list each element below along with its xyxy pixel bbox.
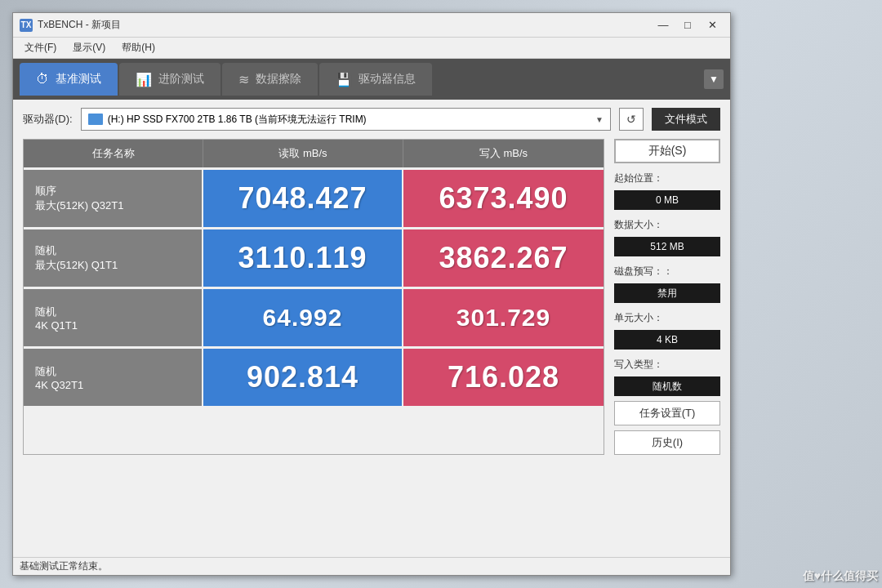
drive-icon (88, 114, 103, 125)
tab-advanced-label: 进阶测试 (158, 72, 204, 87)
start-button[interactable]: 开始(S) (614, 139, 720, 163)
unit-size-value: 4 KB (614, 330, 720, 350)
content-area: 驱动器(D): (H:) HP SSD FX700 2TB 1.86 TB (当… (13, 100, 730, 463)
drive-selector[interactable]: (H:) HP SSD FX700 2TB 1.86 TB (当前环境无法运行 … (81, 108, 611, 131)
row2-read-value: 3110.119 (238, 241, 367, 275)
row4-write: 716.028 (403, 349, 604, 406)
data-size-label: 数据大小： (614, 218, 720, 232)
drive-info-tab-icon: 💾 (336, 72, 352, 87)
table-row: 顺序最大(512K) Q32T1 7048.427 6373.490 (24, 167, 604, 227)
disk-prefetch-value: 禁用 (614, 283, 720, 303)
app-icon: TX (20, 19, 33, 32)
title-bar: TX TxBENCH - 新项目 — □ ✕ (13, 13, 730, 38)
col-header-read: 读取 mB/s (203, 140, 403, 167)
start-pos-label: 起始位置： (614, 172, 720, 185)
status-bar: 基础测试正常结束。 (13, 557, 730, 575)
window-controls: — □ ✕ (652, 16, 724, 34)
row1-write: 6373.490 (403, 170, 604, 227)
row3-read: 64.992 (203, 289, 403, 346)
tab-bar: ⏱ 基准测试 📊 进阶测试 ≋ 数据擦除 💾 驱动器信息 ▼ (13, 59, 730, 100)
benchmark-tab-icon: ⏱ (36, 72, 49, 87)
main-layout: 任务名称 读取 mB/s 写入 mB/s 顺序最大(512K) Q32T1 70… (23, 139, 720, 455)
table-row: 随机最大(512K) Q1T1 3110.119 3862.267 (24, 227, 604, 287)
row1-name: 顺序最大(512K) Q32T1 (24, 170, 203, 227)
row4-read-value: 902.814 (247, 360, 359, 394)
window-title: TxBENCH - 新项目 (38, 18, 652, 32)
minimize-button[interactable]: — (652, 16, 675, 34)
row3-write-value: 301.729 (457, 304, 550, 332)
task-settings-button[interactable]: 任务设置(T) (614, 401, 720, 425)
main-window: TX TxBENCH - 新项目 — □ ✕ 文件(F) 显示(V) 帮助(H)… (12, 12, 731, 576)
tab-more-button[interactable]: ▼ (704, 69, 724, 89)
drive-value: (H:) HP SSD FX700 2TB 1.86 TB (当前环境无法运行 … (108, 113, 367, 127)
status-text: 基础测试正常结束。 (20, 559, 108, 573)
unit-size-label: 单元大小： (614, 311, 720, 325)
start-pos-value: 0 MB (614, 190, 720, 210)
history-button[interactable]: 历史(I) (614, 430, 720, 455)
row2-write: 3862.267 (403, 229, 604, 287)
row1-read: 7048.427 (203, 170, 403, 227)
tab-erase[interactable]: ≋ 数据擦除 (222, 63, 318, 96)
row3-read-value: 64.992 (263, 304, 343, 332)
tab-erase-label: 数据擦除 (256, 72, 301, 87)
col-header-write: 写入 mB/s (403, 140, 604, 167)
menu-help[interactable]: 帮助(H) (115, 39, 162, 56)
file-mode-button[interactable]: 文件模式 (652, 108, 720, 131)
chevron-down-icon: ▼ (595, 115, 604, 124)
tab-drive-info[interactable]: 💾 驱动器信息 (319, 63, 432, 96)
row2-read: 3110.119 (203, 229, 403, 287)
disk-prefetch-label: 磁盘预写：： (614, 265, 720, 278)
benchmark-table: 任务名称 读取 mB/s 写入 mB/s 顺序最大(512K) Q32T1 70… (23, 139, 604, 455)
sidebar: 开始(S) 起始位置： 0 MB 数据大小： 512 MB 磁盘预写：： 禁用 … (614, 139, 720, 455)
erase-tab-icon: ≋ (238, 72, 249, 87)
advanced-tab-icon: 📊 (136, 72, 152, 87)
row3-name: 随机4K Q1T1 (24, 289, 203, 346)
col-header-name: 任务名称 (24, 140, 203, 167)
table-row: 随机4K Q1T1 64.992 301.729 (24, 287, 604, 346)
tab-benchmark[interactable]: ⏱ 基准测试 (20, 63, 118, 96)
close-button[interactable]: ✕ (701, 16, 724, 34)
drive-row: 驱动器(D): (H:) HP SSD FX700 2TB 1.86 TB (当… (23, 108, 720, 131)
tab-drive-info-label: 驱动器信息 (359, 72, 416, 87)
drive-refresh-button[interactable]: ↺ (619, 108, 644, 131)
menu-bar: 文件(F) 显示(V) 帮助(H) (13, 38, 730, 59)
write-type-label: 写入类型： (614, 358, 720, 372)
row1-read-value: 7048.427 (238, 181, 367, 216)
row4-read: 902.814 (203, 349, 403, 406)
row4-name: 随机4K Q32T1 (24, 349, 203, 406)
row3-write: 301.729 (403, 289, 604, 346)
write-type-value: 随机数 (614, 376, 720, 396)
row1-write-value: 6373.490 (439, 181, 568, 216)
menu-view[interactable]: 显示(V) (66, 39, 112, 56)
table-row: 随机4K Q32T1 902.814 716.028 (24, 346, 604, 406)
tab-advanced[interactable]: 📊 进阶测试 (119, 63, 220, 96)
drive-label: 驱动器(D): (23, 112, 73, 127)
menu-file[interactable]: 文件(F) (18, 39, 63, 56)
row2-write-value: 3862.267 (439, 241, 568, 275)
tab-benchmark-label: 基准测试 (56, 72, 101, 87)
maximize-button[interactable]: □ (676, 16, 699, 34)
watermark: 值♥什么值得买 (803, 569, 878, 584)
row4-write-value: 716.028 (448, 360, 559, 394)
row2-name: 随机最大(512K) Q1T1 (24, 229, 203, 287)
table-header: 任务名称 读取 mB/s 写入 mB/s (24, 140, 604, 167)
data-size-value: 512 MB (614, 237, 720, 256)
